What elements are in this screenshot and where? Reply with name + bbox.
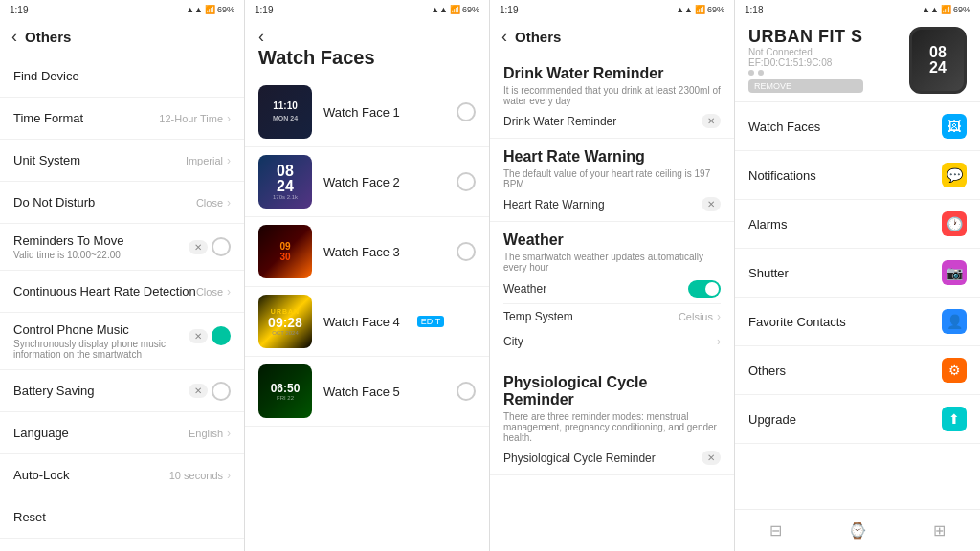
menu-find-device[interactable]: Find Device [0,55,244,98]
chevron-city: › [717,335,721,348]
bottom-nav: ⊟ ⌚ ⊞ [735,509,980,551]
music-x[interactable]: ✕ [189,329,208,343]
chevron-icon-3: › [227,196,231,209]
home-icon: ⊟ [769,521,782,540]
panel4-app-home: 1:18 ▲▲ 📶 69% URBAN FIT S Not Connected … [735,0,980,551]
weather-toggle[interactable] [688,280,721,298]
weather-title: Weather [503,231,721,249]
menu-time-format[interactable]: Time Format 12-Hour Time › [0,98,244,140]
physiological-label: Physiological Cycle Reminder [503,452,656,465]
app-menu-watch-faces[interactable]: Watch Faces 🖼 [735,102,980,151]
heart-rate-warning-row: Heart Rate Warning ✕ [503,197,721,211]
heart-rate-warning-desc: The default value of your heart rate cei… [503,168,721,189]
reminders-toggle[interactable]: ✕ [189,240,208,254]
menu-auto-lock[interactable]: Auto-Lock 10 seconds › [0,454,244,496]
app-menu-upgrade[interactable]: Upgrade ⬆ [735,395,980,444]
battery-label: Battery Saving [13,384,95,398]
status-bar-1: 1:19 ▲▲ 📶 69% [0,0,244,19]
app-menu-alarms[interactable]: Alarms 🕐 [735,200,980,249]
app-menu-favorite-contacts[interactable]: Favorite Contacts 👤 [735,298,980,346]
heart-rate-warning-label: Heart Rate Warning [503,198,605,211]
heart-rate-warning-section: Heart Rate Warning The default value of … [490,139,734,222]
app-menu-shutter[interactable]: Shutter 📷 [735,249,980,298]
bottom-nav-profile[interactable]: ⊞ [910,510,968,551]
menu-language[interactable]: Language English › [0,412,244,454]
back-button-1[interactable]: ‹ [11,27,17,47]
quick-view-title: Quick View [0,539,244,551]
dot-icon-2 [758,70,764,76]
watch-face-radio-2[interactable] [457,172,476,191]
watch-face-name-4: Watch Face 4 [323,315,400,329]
menu-reminders-to-move[interactable]: Reminders To Move Valid time is 10:00~22… [0,224,244,271]
toggle-knob [705,282,719,296]
battery-radio[interactable] [212,382,231,401]
drink-water-section: Drink Water Reminder It is recommended t… [490,55,734,139]
music-toggle[interactable] [212,326,231,345]
heart-rate-warning-toggle[interactable]: ✕ [702,197,721,211]
watch-face-radio-5[interactable] [457,382,476,401]
back-button-3[interactable]: ‹ [501,27,507,47]
watch-face-radio-3[interactable] [457,242,476,261]
heart-rate-warning-title: Heart Rate Warning [503,148,721,165]
bottom-nav-home[interactable]: ⊟ [747,510,805,551]
panel2-header: ‹ Watch Faces [245,19,489,77]
city-row[interactable]: City › [503,329,721,354]
menu-reset[interactable]: Reset [0,496,244,539]
quick-view-section: Quick View You can customize the effecti… [0,539,244,551]
reset-label: Reset [13,510,46,524]
watch-icon: ⌚ [848,521,867,540]
panel3-content: Drink Water Reminder It is recommended t… [490,55,734,551]
others-icon: ⚙ [942,358,967,383]
bottom-nav-watch[interactable]: ⌚ [829,510,886,551]
watch-face-radio-1[interactable] [457,102,476,121]
physiological-toggle[interactable]: ✕ [702,451,721,465]
app-menu-notifications[interactable]: Notifications 💬 [735,151,980,200]
watch-face-img-3: 09 30 [258,225,312,278]
reminders-left: Reminders To Move Valid time is 10:00~22… [13,233,189,260]
watch-face-item-3[interactable]: 09 30 Watch Face 3 [245,217,489,287]
menu-control-music[interactable]: Control Phone Music Synchronously displa… [0,313,244,370]
unit-system-label: Unit System [13,153,80,167]
chevron-icon-4: › [227,285,231,298]
menu-list-1: Find Device Time Format 12-Hour Time › U… [0,55,244,551]
device-info-left: URBAN FIT S Not Connected EF:D0:C1:51:9C… [748,27,863,93]
edit-badge[interactable]: EDIT [417,316,445,327]
profile-icon: ⊞ [933,521,946,540]
watch-face-list: 11:10MON 24 Watch Face 1 08 24 170s 2.1k… [245,77,489,551]
remove-button[interactable]: REMOVE [748,79,863,93]
temp-system-row[interactable]: Temp System Celsius › [503,303,721,329]
status-icons-3: ▲▲ 📶 69% [676,5,724,14]
watch-face-item-1[interactable]: 11:10MON 24 Watch Face 1 [245,77,489,147]
watch-faces-title: Watch Faces [258,47,476,69]
chevron-icon-6: › [227,469,231,482]
menu-battery-saving[interactable]: Battery Saving ✕ [0,370,244,412]
menu-do-not-disturb[interactable]: Do Not Disturb Close › [0,182,244,224]
back-button-2[interactable]: ‹ [258,27,264,46]
watch-face-item-2[interactable]: 08 24 170s 2.1k Watch Face 2 [245,147,489,217]
weather-desc: The smartwatch weather updates automatic… [503,252,721,273]
watch-face-item-4[interactable]: URBAN 09:28 OCT 2024 Watch Face 4 EDIT [245,287,489,357]
app-menu-label-others: Others [748,364,786,378]
watch-face-name-2: Watch Face 2 [323,175,400,189]
watch-face-item-5[interactable]: 06:50 FRI 22 Watch Face 5 [245,357,489,427]
unit-system-value: Imperial [186,155,223,166]
time-4: 1:18 [745,5,763,15]
reminders-radio[interactable] [212,237,231,256]
music-label: Control Phone Music [13,322,189,337]
battery-toggle[interactable]: ✕ [189,384,208,398]
app-header: URBAN FIT S Not Connected EF:D0:C1:51:9C… [735,19,980,102]
drink-water-toggle[interactable]: ✕ [702,114,721,128]
watch-face-img-1: 11:10MON 24 [258,85,312,139]
reminders-right: ✕ [189,237,231,256]
app-menu-others[interactable]: Others ⚙ [735,346,980,395]
panel2-watch-faces: 1:19 ▲▲ 📶 69% ‹ Watch Faces 11:10MON 24 … [245,0,490,551]
time-format-right: 12-Hour Time › [159,112,231,125]
chevron-icon-5: › [227,427,231,440]
watch-face-img-5: 06:50 FRI 22 [258,364,312,418]
time-2: 1:19 [255,5,273,15]
menu-unit-system[interactable]: Unit System Imperial › [0,140,244,182]
physiological-title: Physiological Cycle Reminder [503,374,721,408]
music-left: Control Phone Music Synchronously displa… [13,322,189,360]
chevron-icon-2: › [227,154,231,167]
menu-heart-rate[interactable]: Continuous Heart Rate Detection Close › [0,271,244,313]
